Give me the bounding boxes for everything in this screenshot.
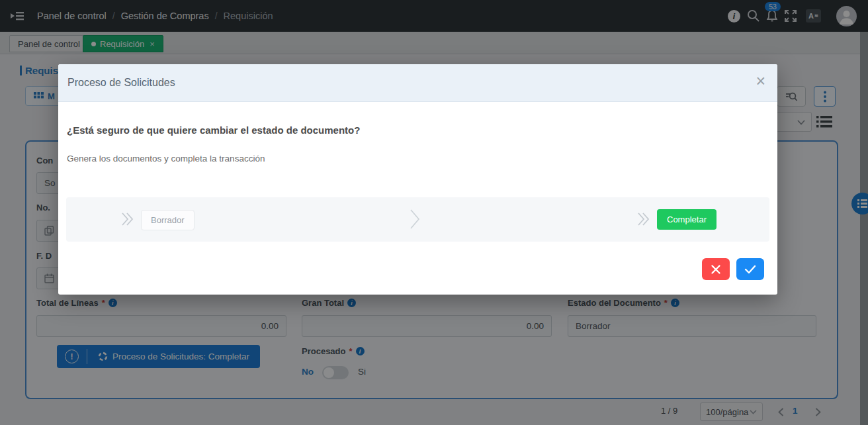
check-icon xyxy=(744,265,756,274)
app-screen: Panel de control / Gestión de Compras / … xyxy=(0,0,868,425)
workflow-state-completar[interactable]: Completar xyxy=(657,209,716,230)
close-x-icon xyxy=(711,264,721,275)
chevron-right-icon xyxy=(409,209,421,230)
dialog-title: Proceso de Solicitudes xyxy=(67,77,175,89)
double-chevron-icon xyxy=(120,212,135,226)
double-chevron-icon xyxy=(636,212,651,226)
process-dialog: Proceso de Solicitudes × ¿Está seguro de… xyxy=(58,64,777,295)
dialog-question: ¿Está seguro de que quiere cambiar el es… xyxy=(67,124,360,136)
workflow-strip: Borrador Completar xyxy=(66,197,769,242)
confirm-button[interactable] xyxy=(736,258,764,280)
dialog-header: Proceso de Solicitudes × xyxy=(58,64,777,102)
cancel-button[interactable] xyxy=(702,258,730,280)
dialog-description: Genera los documentos y completa la tran… xyxy=(67,154,265,164)
dialog-close-icon[interactable]: × xyxy=(756,73,765,89)
workflow-state-borrador[interactable]: Borrador xyxy=(141,210,195,230)
